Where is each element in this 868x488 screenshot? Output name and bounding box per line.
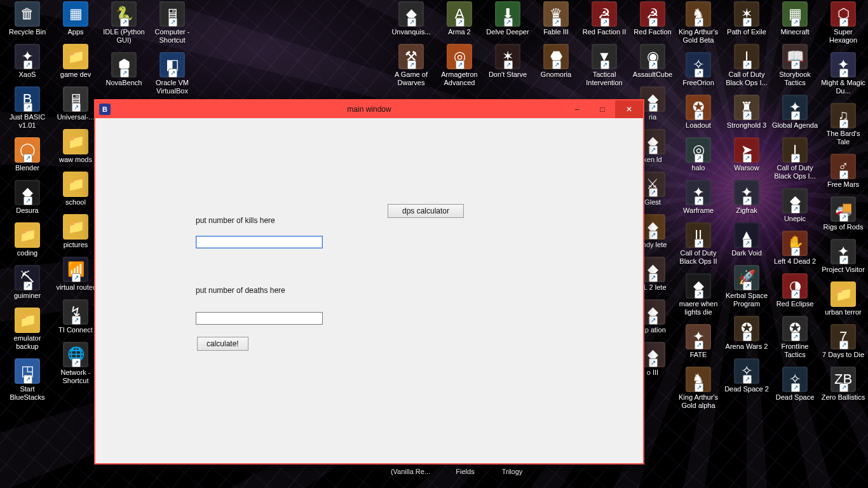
desktop-icon-fate[interactable]: ✦↗FATE [675, 324, 722, 359]
shortcut-overlay-icon: ↗ [504, 60, 513, 69]
desktop-icon-novabench[interactable]: ⬢↗NovaBench [100, 52, 147, 87]
desktop-icon-game-of-dwarves[interactable]: ⚒↗A Game of Dwarves [388, 44, 435, 87]
desktop-icon-zigfrak[interactable]: ✦↗Zigfrak [723, 180, 770, 215]
desktop-icon-arena-wars-2[interactable]: ✪↗Arena Wars 2 [723, 316, 770, 351]
desktop-icon-label: Unepic [784, 215, 806, 223]
desktop-icon-ti-connect[interactable]: ↯↗TI Connect [52, 299, 99, 334]
desktop-icon-frontline-tactics[interactable]: ✪↗Frontline Tactics [771, 316, 818, 359]
desktop-icon-label: AssaultCube [633, 71, 672, 79]
deaths-input[interactable] [196, 312, 323, 325]
desktop-icon-virtual-router[interactable]: 📶↗virtual router [52, 257, 99, 292]
desktop-icon-start-bluestacks[interactable]: ◳↗Start BlueStacks [4, 358, 51, 402]
shortcut-overlay-icon: ↗ [791, 154, 800, 163]
desktop-icon-path-of-exile[interactable]: ✶↗Path of Exile [723, 1, 770, 36]
shortcut-overlay-icon: ↗ [791, 205, 800, 214]
desktop-icon-label: halo [692, 164, 705, 172]
desktop-icon-warsow[interactable]: ➤↗Warsow [723, 137, 770, 172]
desktop-icon-armagetron[interactable]: ◎↗Armagetron Advanced [436, 44, 483, 87]
desktop-icon-bards-tale[interactable]: ♫↗The Bard's Tale [820, 103, 867, 146]
desktop-icon-waw-mods[interactable]: 📁waw mods [52, 129, 99, 164]
desktop-icon-xaos[interactable]: ✦↗XaoS [4, 44, 51, 79]
desktop-icon-ksp[interactable]: 🚀↗Kerbal Space Program [723, 265, 770, 308]
desktop-icon-guiminer[interactable]: ⛏↗guiminer [4, 265, 51, 300]
desktop-icon-cod-bo1[interactable]: I↗Call of Duty Black Ops I... [723, 44, 770, 87]
desktop-icon-stronghold3[interactable]: ♜↗Stronghold 3 [723, 95, 770, 130]
desktop-icon-storybook-tactics[interactable]: 📖↗Storybook Tactics [771, 44, 818, 87]
desktop-icon-fable3[interactable]: ♛↗Fable III [532, 1, 580, 36]
desktop-icon-super-hexagon[interactable]: ⬡↗Super Hexagon [820, 1, 867, 44]
desktop-icon-king-arthur-gold-alpha[interactable]: ♞↗King Arthur's Gold alpha [675, 367, 722, 410]
desktop-icon-dead-space-2[interactable]: ✧↗Dead Space 2 [723, 358, 770, 393]
desktop-icon-loadout[interactable]: ✪↗Loadout [675, 95, 722, 130]
titlebar[interactable]: B main window – □ ✕ [95, 100, 643, 118]
desktop-icon-global-agenda[interactable]: ✦↗Global Agenda [771, 95, 818, 130]
desktop-icon-idle-python[interactable]: 🐍↗IDLE (Python GUI) [100, 1, 147, 44]
desktop-icon-universal[interactable]: 🖥↗Universal-... [52, 86, 99, 121]
shortcut-overlay-icon: ↗ [743, 332, 752, 341]
desktop-icon-label: Call of Duty Black Ops II [675, 249, 722, 266]
desktop-icon-label: waw mods [59, 156, 92, 164]
desktop-icon-computer-shortcut[interactable]: 🖥↗Computer - Shortcut [149, 1, 196, 44]
desktop-icon-tactical-intervention[interactable]: ▼↗Tactical Intervention [581, 44, 628, 87]
desktop-icon-minecraft[interactable]: ▦↗Minecraft [771, 1, 818, 36]
desktop-icon-dont-starve[interactable]: ✶↗Don't Starve [484, 44, 531, 79]
kills-input[interactable] [196, 236, 323, 248]
shortcut-overlay-icon: ↗ [791, 18, 800, 27]
desktop-icon-label: Red Eclipse [776, 300, 814, 308]
desktop-icon-l4d2[interactable]: ✋↗Left 4 Dead 2 [771, 231, 818, 266]
desktop-icon-red-eclipse[interactable]: ◑↗Red Eclipse [771, 273, 818, 308]
desktop-icon-halo[interactable]: ◎↗halo [675, 137, 722, 172]
desktop-icon-coding[interactable]: 📁coding [4, 222, 51, 257]
desktop-icon-red-faction-2[interactable]: ☭↗Red Faction II [581, 1, 628, 36]
desktop-icon-blender[interactable]: ◯↗Blender [4, 137, 51, 172]
desktop-icon-label: XaoS [19, 71, 36, 79]
desktop-icon-zero-ballistics[interactable]: ZB↗Zero Ballistics [820, 367, 867, 402]
desktop-icon-assaultcube[interactable]: ◉↗AssaultCube [629, 44, 676, 79]
desktop-icon-gnomoria[interactable]: ⬣↗Gnomoria [532, 44, 580, 79]
desktop-icon-label: FreeOrion [682, 79, 714, 87]
shortcut-overlay-icon: ↗ [24, 103, 32, 112]
desktop-icon-virtualbox[interactable]: ◧↗Oracle VM VirtualBox [149, 52, 196, 95]
desktop-icon-red-faction[interactable]: ☭↗Red Faction [629, 1, 676, 36]
shortcut-overlay-icon: ↗ [456, 60, 465, 69]
desktop-icon-label: Loadout [686, 121, 711, 130]
desktop-icon-king-arthur-gold-beta[interactable]: ♞↗King Arthur's Gold Beta [675, 1, 722, 44]
desktop-icon-freeorion[interactable]: ✧↗FreeOrion [675, 52, 722, 87]
desktop-icon-pictures[interactable]: 📁pictures [52, 214, 99, 249]
desktop-icon-7dtd[interactable]: 7↗7 Days to Die [820, 324, 867, 359]
desktop-icon-might-magic[interactable]: ✦↗Might & Magic Du... [820, 52, 867, 95]
window-client-area: put number of kills here put number of d… [97, 119, 642, 462]
desktop-icon-just-basic[interactable]: B↗Just BASIC v1.01 [4, 86, 51, 130]
desktop-icon-unepic[interactable]: ◆↗Unepic [771, 188, 818, 223]
calculate-button[interactable]: calculate! [197, 337, 248, 351]
desktop-icon-maere[interactable]: ◆↗maere when lights die [675, 273, 722, 316]
desktop-icon-arma2[interactable]: A↗Arma 2 [436, 1, 483, 36]
desktop-icon-rigs-of-rods[interactable]: 🚚↗Rigs of Rods [820, 196, 867, 231]
desktop-icon-label: Fields [441, 468, 489, 475]
desktop-icon-cod-bo-partial[interactable]: I↗Call of Duty Black Ops I... [771, 137, 818, 180]
desktop-icon-apps[interactable]: ▦Apps [52, 1, 99, 36]
desktop-icon-label: Call of Duty Black Ops I... [723, 71, 770, 87]
desktop-icon-project-visitor[interactable]: ✦↗Project Visitor [820, 239, 867, 274]
desktop-icon-game-dev[interactable]: 📁game dev [52, 44, 99, 79]
desktop-icon-network-shortcut[interactable]: 🌐↗Network - Shortcut [52, 342, 99, 385]
minimize-button[interactable]: – [564, 100, 590, 118]
dps-calculator-button[interactable]: dps calculator [388, 204, 464, 218]
desktop-icon-school[interactable]: 📁school [52, 172, 99, 207]
close-button[interactable]: ✕ [615, 100, 643, 118]
desktop-icon-emulator-backup[interactable]: 📁emulator backup [4, 308, 51, 351]
desktop-icon-unvanquished[interactable]: ◆↗Unvanquis... [388, 1, 435, 36]
desktop-icon-label: Recycle Bin [9, 28, 46, 36]
desktop-icon-dark-void[interactable]: ▲↗Dark Void [723, 222, 770, 257]
desktop-icon-dead-space[interactable]: ✧↗Dead Space [771, 367, 818, 402]
desktop-icon-label: pictures [64, 241, 88, 249]
desktop-icon-recycle-bin[interactable]: 🗑Recycle Bin [4, 1, 51, 36]
maximize-button[interactable]: □ [590, 100, 615, 118]
desktop-icon-free-mars[interactable]: ♂↗Free Mars [820, 154, 867, 189]
shortcut-overlay-icon: ↗ [743, 111, 752, 120]
desktop-icon-urban-terror[interactable]: 📁urban terror [820, 281, 867, 316]
desktop-icon-desura[interactable]: ◆↗Desura [4, 180, 51, 215]
desktop-icon-delve-deeper[interactable]: ⬇↗Delve Deeper [484, 1, 531, 36]
desktop-icon-cod-bo2[interactable]: II↗Call of Duty Black Ops II [675, 222, 722, 266]
desktop-icon-warframe[interactable]: ✦↗Warframe [675, 180, 722, 215]
